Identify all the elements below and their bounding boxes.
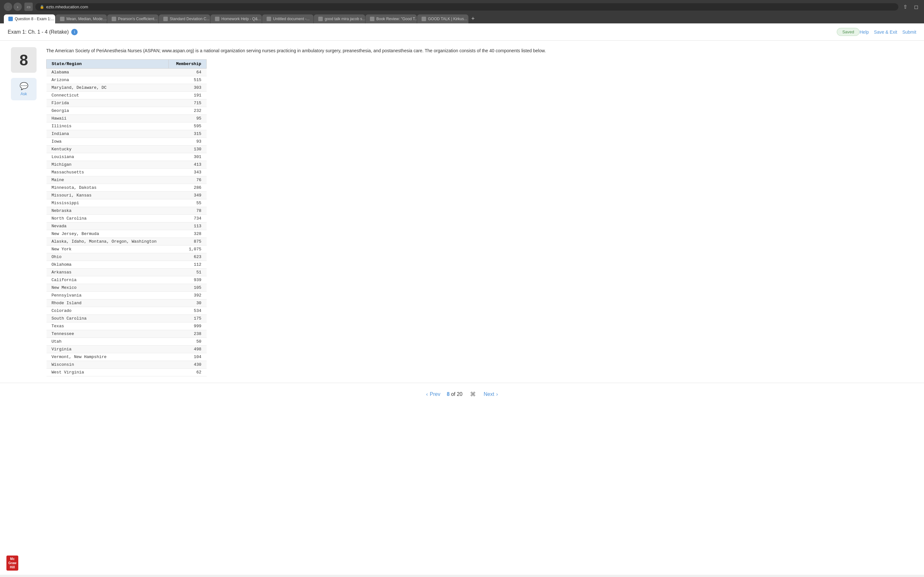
chat-icon: 💬	[19, 82, 28, 90]
state-cell: Missouri, Kansas	[47, 192, 169, 199]
state-cell: Wisconsin	[47, 361, 169, 369]
tab-untitled[interactable]: Untitled document -...	[262, 15, 313, 23]
tab-goodtalk2[interactable]: GOOD TALK | Kirkus...	[417, 15, 468, 23]
tab-stddev[interactable]: Standard Deviation C...	[159, 15, 210, 23]
state-cell: Maryland, Delaware, DC	[47, 84, 169, 92]
info-icon[interactable]: i	[71, 29, 78, 35]
membership-cell: 30	[169, 300, 207, 307]
lock-icon: 🔒	[40, 5, 44, 9]
table-row: Tennessee238	[47, 330, 207, 338]
table-row: Hawaii95	[47, 115, 207, 122]
state-cell: Oklahoma	[47, 261, 169, 269]
membership-table: State/Region Membership Alabama64Arizona…	[46, 59, 207, 376]
table-row: New York1,075	[47, 245, 207, 253]
tab-label-4: Homework Help - Q&...	[221, 17, 261, 21]
grid-button[interactable]: ⌘	[469, 390, 477, 399]
state-cell: Arizona	[47, 76, 169, 84]
ask-label: Ask	[21, 92, 27, 96]
state-cell: Tennessee	[47, 330, 169, 338]
membership-cell: 875	[169, 238, 207, 245]
next-button[interactable]: Next ›	[483, 392, 498, 397]
tab-overview-button[interactable]: ▭	[24, 3, 33, 11]
state-cell: Louisiana	[47, 153, 169, 161]
tab-homework[interactable]: Homework Help - Q&...	[210, 15, 262, 23]
tab-label-7: Book Review: "Good T...	[376, 17, 417, 21]
state-cell: Massachusetts	[47, 169, 169, 176]
tab-favicon-8	[422, 17, 426, 21]
tab-bar: Question 8 - Exam 1:... Mean, Median, Mo…	[4, 13, 920, 23]
membership-cell: 62	[169, 369, 207, 376]
membership-cell: 130	[169, 145, 207, 153]
fullscreen-button[interactable]: ◻	[912, 3, 920, 11]
tab-favicon-6	[318, 17, 323, 21]
state-cell: North Carolina	[47, 215, 169, 222]
table-row: New Mexico105	[47, 284, 207, 292]
table-row: Ohio623	[47, 253, 207, 261]
table-row: West Virginia62	[47, 369, 207, 376]
table-row: Texas999	[47, 322, 207, 330]
membership-cell: 595	[169, 122, 207, 130]
prev-chevron-icon: ‹	[426, 392, 428, 397]
new-tab-button[interactable]: +	[469, 14, 477, 23]
save-exit-button[interactable]: Save & Exit	[874, 29, 897, 35]
state-cell: South Carolina	[47, 315, 169, 322]
address-text: ezto.mheducation.com	[46, 5, 88, 9]
membership-cell: 534	[169, 307, 207, 315]
state-cell: Indiana	[47, 130, 169, 138]
table-row: Connecticut191	[47, 92, 207, 99]
tab-goodtalk[interactable]: good talk mira jacob s...	[314, 15, 365, 23]
exam-title: Exam 1: Ch. 1 - 4 (Retake)	[8, 29, 69, 35]
table-row: Arkansas51	[47, 269, 207, 276]
table-row: Alabama64	[47, 69, 207, 76]
state-cell: Illinois	[47, 122, 169, 130]
table-row: Mississippi55	[47, 199, 207, 207]
membership-cell: 392	[169, 292, 207, 300]
tab-question8[interactable]: Question 8 - Exam 1:...	[4, 15, 55, 23]
submit-button[interactable]: Submit	[902, 29, 916, 35]
of-label: of	[451, 392, 457, 397]
membership-cell: 498	[169, 346, 207, 353]
table-header-membership: Membership	[169, 60, 207, 69]
table-row: Arizona515	[47, 76, 207, 84]
tab-pearson[interactable]: Pearson's Coefficient...	[107, 15, 158, 23]
next-label: Next	[483, 392, 494, 397]
back-button[interactable]: ‹	[4, 3, 12, 11]
table-row: Indiana315	[47, 130, 207, 138]
ask-box[interactable]: 💬 Ask	[11, 78, 37, 100]
tab-mean[interactable]: Mean, Median, Mode....	[55, 15, 107, 23]
membership-cell: 93	[169, 138, 207, 145]
membership-cell: 78	[169, 207, 207, 215]
state-cell: Rhode Island	[47, 300, 169, 307]
membership-cell: 175	[169, 315, 207, 322]
tab-favicon-0	[8, 17, 13, 21]
tab-favicon-4	[215, 17, 220, 21]
share-button[interactable]: ⇧	[901, 3, 909, 11]
tab-label-6: good talk mira jacob s...	[325, 17, 365, 21]
membership-cell: 113	[169, 222, 207, 230]
state-cell: Utah	[47, 338, 169, 346]
forward-button[interactable]: ›	[13, 3, 22, 11]
mgh-badge: Mc Graw Hill	[6, 556, 18, 571]
table-row: Maine76	[47, 176, 207, 184]
main-area: 8 💬 Ask The American Society of PeriAnes…	[0, 41, 924, 383]
table-row: Kentucky130	[47, 145, 207, 153]
mgh-logo: Mc Graw Hill	[6, 556, 18, 571]
membership-cell: 112	[169, 261, 207, 269]
state-cell: New York	[47, 245, 169, 253]
table-row: Utah50	[47, 338, 207, 346]
state-cell: New Jersey, Bermuda	[47, 230, 169, 238]
tab-label-2: Pearson's Coefficient...	[118, 17, 158, 21]
current-page: 8	[447, 392, 450, 397]
question-number: 8	[19, 51, 28, 69]
state-cell: Kentucky	[47, 145, 169, 153]
tab-bookreview[interactable]: Book Review: "Good T...	[365, 15, 417, 23]
state-cell: Pennsylvania	[47, 292, 169, 300]
membership-cell: 939	[169, 276, 207, 284]
prev-button[interactable]: ‹ Prev	[426, 392, 440, 397]
tab-favicon-3	[163, 17, 168, 21]
membership-cell: 1,075	[169, 245, 207, 253]
state-cell: West Virginia	[47, 369, 169, 376]
help-button[interactable]: Help	[859, 29, 869, 35]
membership-cell: 232	[169, 107, 207, 115]
logo-line3: Hill	[10, 566, 15, 569]
